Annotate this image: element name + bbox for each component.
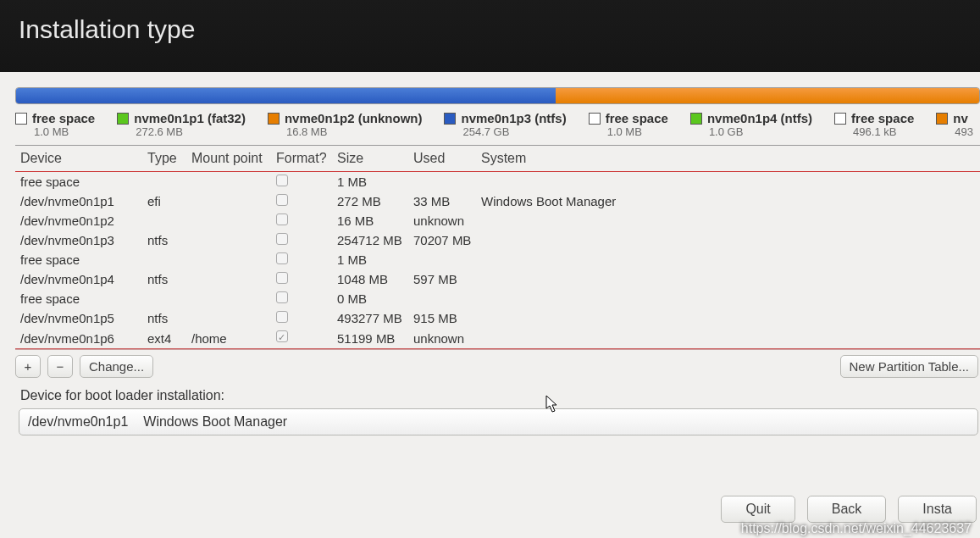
quit-button[interactable]: Quit bbox=[721, 496, 795, 523]
cell-used: 597 MB bbox=[413, 272, 481, 286]
cell-device: /dev/nvme0n1p5 bbox=[20, 311, 147, 325]
legend-swatch bbox=[15, 113, 27, 125]
legend-swatch bbox=[589, 113, 601, 125]
table-row[interactable]: /dev/nvme0n1p3ntfs254712 MB70207 MB bbox=[15, 230, 980, 250]
legend-item[interactable]: free space1.0 MB bbox=[589, 111, 668, 138]
col-mount[interactable]: Mount point bbox=[191, 151, 276, 166]
cell-size: 16 MB bbox=[337, 214, 413, 228]
table-row[interactable]: /dev/nvme0n1p1efi272 MB33 MBWindows Boot… bbox=[15, 191, 980, 211]
page-title-text: Installation type bbox=[19, 15, 195, 43]
format-checkbox[interactable] bbox=[276, 233, 288, 245]
legend-size: 493 bbox=[936, 125, 973, 138]
cell-device: /dev/nvme0n1p1 bbox=[20, 194, 147, 208]
legend-swatch bbox=[936, 113, 948, 125]
content-area: free space1.0 MBnvme0n1p1 (fat32)272.6 M… bbox=[0, 72, 980, 538]
format-checkbox[interactable] bbox=[276, 291, 288, 303]
cell-size: 493277 MB bbox=[337, 311, 413, 325]
legend-label: nvme0n1p1 (fat32) bbox=[134, 111, 246, 125]
cell-device: free space bbox=[20, 291, 147, 306]
legend-label: free space bbox=[32, 111, 95, 125]
legend-size: 254.7 GB bbox=[444, 125, 509, 138]
legend-item[interactable]: free space496.1 kB bbox=[834, 111, 914, 138]
legend-label: nvme0n1p4 (ntfs) bbox=[707, 111, 812, 125]
legend-swatch bbox=[268, 113, 280, 125]
cell-device: /dev/nvme0n1p3 bbox=[20, 233, 147, 247]
usage-seg-nvme0n1p5 bbox=[556, 88, 979, 103]
page-title: Installation type bbox=[0, 0, 980, 72]
legend-swatch bbox=[444, 113, 456, 125]
format-checkbox[interactable] bbox=[276, 214, 288, 225]
col-device[interactable]: Device bbox=[20, 151, 147, 166]
legend-swatch bbox=[690, 113, 702, 125]
cell-format[interactable] bbox=[276, 311, 337, 325]
format-checkbox[interactable] bbox=[276, 175, 288, 186]
change-partition-button[interactable]: Change... bbox=[80, 355, 153, 378]
cell-device: /dev/nvme0n1p2 bbox=[20, 214, 147, 228]
cell-size: 0 MB bbox=[337, 291, 413, 306]
bootloader-device-combo[interactable]: /dev/nvme0n1p1 Windows Boot Manager bbox=[19, 408, 978, 435]
cell-format[interactable] bbox=[276, 175, 337, 189]
cell-used: 70207 MB bbox=[413, 233, 481, 247]
bootloader-label: Device for boot loader installation: bbox=[15, 383, 980, 408]
legend-item[interactable]: nv493 bbox=[936, 111, 973, 138]
back-button[interactable]: Back bbox=[807, 496, 887, 523]
cell-format[interactable] bbox=[276, 214, 337, 228]
table-row[interactable]: free space0 MB bbox=[15, 289, 980, 308]
format-checkbox[interactable] bbox=[276, 272, 288, 284]
cell-device: free space bbox=[20, 252, 147, 267]
table-row[interactable]: /dev/nvme0n1p6ext4/home51199 MBunknown bbox=[15, 328, 980, 349]
partition-table[interactable]: Device Type Mount point Format? Size Use… bbox=[15, 145, 980, 350]
install-button[interactable]: Insta bbox=[898, 496, 977, 523]
cell-device: free space bbox=[20, 175, 147, 189]
cell-size: 1 MB bbox=[337, 252, 413, 267]
col-format[interactable]: Format? bbox=[276, 151, 337, 166]
legend-size: 1.0 GB bbox=[690, 125, 743, 138]
legend-item[interactable]: free space1.0 MB bbox=[15, 111, 95, 138]
remove-partition-button[interactable]: − bbox=[47, 355, 73, 378]
format-checkbox[interactable] bbox=[276, 330, 288, 342]
legend-item[interactable]: nvme0n1p2 (unknown)16.8 MB bbox=[268, 111, 423, 138]
format-checkbox[interactable] bbox=[276, 252, 288, 264]
cell-format[interactable] bbox=[276, 272, 337, 286]
cell-used: 33 MB bbox=[413, 194, 481, 208]
table-row[interactable]: /dev/nvme0n1p5ntfs493277 MB915 MB bbox=[15, 308, 980, 328]
cell-type: efi bbox=[147, 194, 191, 208]
col-system[interactable]: System bbox=[481, 151, 975, 166]
legend-size: 1.0 MB bbox=[589, 125, 642, 138]
new-partition-table-button[interactable]: New Partition Table... bbox=[840, 355, 978, 378]
cell-type: ntfs bbox=[147, 272, 191, 286]
cell-used: unknown bbox=[413, 331, 481, 346]
col-size[interactable]: Size bbox=[337, 151, 413, 166]
legend-item[interactable]: nvme0n1p4 (ntfs)1.0 GB bbox=[690, 111, 812, 138]
format-checkbox[interactable] bbox=[276, 194, 288, 206]
table-row[interactable]: free space1 MB bbox=[15, 172, 980, 191]
cell-format[interactable] bbox=[276, 252, 337, 267]
cell-size: 254712 MB bbox=[337, 233, 413, 247]
legend-label: nvme0n1p2 (unknown) bbox=[285, 111, 423, 125]
cell-type: ntfs bbox=[147, 311, 191, 325]
partition-toolbar: + − Change... New Partition Table... bbox=[15, 350, 980, 383]
cell-size: 272 MB bbox=[337, 194, 413, 208]
cell-type: ntfs bbox=[147, 233, 191, 247]
cell-format[interactable] bbox=[276, 233, 337, 247]
cell-type: ext4 bbox=[147, 331, 191, 346]
legend-label: nv bbox=[953, 111, 968, 125]
legend-item[interactable]: nvme0n1p3 (ntfs)254.7 GB bbox=[444, 111, 566, 138]
cell-format[interactable] bbox=[276, 194, 337, 208]
cell-format[interactable] bbox=[276, 291, 337, 306]
col-type[interactable]: Type bbox=[147, 151, 191, 166]
format-checkbox[interactable] bbox=[276, 311, 288, 323]
legend-label: nvme0n1p3 (ntfs) bbox=[461, 111, 566, 125]
add-partition-button[interactable]: + bbox=[15, 355, 41, 378]
bootloader-device-value: /dev/nvme0n1p1 bbox=[28, 414, 128, 430]
cell-size: 51199 MB bbox=[337, 331, 413, 346]
cell-device: /dev/nvme0n1p6 bbox=[20, 331, 147, 346]
table-row[interactable]: /dev/nvme0n1p216 MBunknown bbox=[15, 211, 980, 230]
col-used[interactable]: Used bbox=[413, 151, 481, 166]
cell-format[interactable] bbox=[276, 330, 337, 346]
legend-size: 16.8 MB bbox=[268, 125, 327, 138]
table-row[interactable]: free space1 MB bbox=[15, 250, 980, 269]
legend-size: 1.0 MB bbox=[15, 125, 69, 138]
table-row[interactable]: /dev/nvme0n1p4ntfs1048 MB597 MB bbox=[15, 269, 980, 289]
legend-item[interactable]: nvme0n1p1 (fat32)272.6 MB bbox=[117, 111, 246, 138]
